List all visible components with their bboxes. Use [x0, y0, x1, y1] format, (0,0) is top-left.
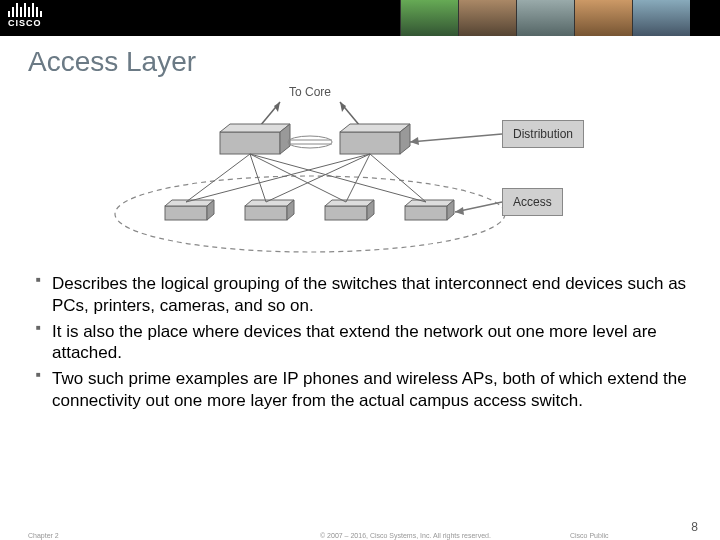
svg-rect-17 — [245, 206, 287, 220]
svg-marker-2 — [274, 102, 280, 112]
svg-rect-5 — [220, 132, 280, 154]
access-label-box: Access — [502, 188, 563, 216]
svg-point-11 — [288, 136, 332, 148]
svg-rect-14 — [165, 206, 207, 220]
svg-line-28 — [250, 154, 346, 202]
brand-text: CISCO — [8, 18, 42, 28]
logo-bars-icon — [8, 3, 42, 17]
svg-marker-9 — [340, 124, 410, 132]
bullet-list: Describes the logical grouping of the sw… — [36, 273, 690, 412]
distribution-label-box: Distribution — [502, 120, 584, 148]
bullet-item: Two such prime examples are IP phones an… — [36, 368, 690, 412]
footer-chapter: Chapter 2 — [28, 532, 59, 539]
footer-page-number: 8 — [691, 520, 698, 534]
header-bar: CISCO — [0, 0, 720, 36]
access-switch-4 — [405, 200, 454, 220]
cisco-logo: CISCO — [8, 3, 42, 28]
page-title: Access Layer — [28, 46, 720, 78]
svg-line-34 — [410, 134, 502, 142]
svg-rect-20 — [325, 206, 367, 220]
svg-rect-23 — [405, 206, 447, 220]
svg-marker-6 — [220, 124, 290, 132]
dist-switch-left — [220, 124, 290, 154]
footer-public: Cisco Public — [570, 532, 609, 539]
access-switch-2 — [245, 200, 294, 220]
svg-marker-24 — [405, 200, 454, 206]
access-switch-3 — [325, 200, 374, 220]
footer-copyright: © 2007 – 2016, Cisco Systems, Inc. All r… — [320, 532, 491, 539]
bullet-item: Describes the logical grouping of the sw… — [36, 273, 690, 317]
svg-rect-8 — [340, 132, 400, 154]
svg-marker-21 — [325, 200, 374, 206]
bullet-item: It is also the place where devices that … — [36, 321, 690, 365]
dist-switch-right — [340, 124, 410, 154]
svg-line-31 — [266, 154, 370, 202]
to-core-label: To Core — [289, 85, 331, 99]
network-diagram: To Core — [110, 84, 610, 259]
svg-marker-4 — [340, 102, 346, 112]
header-photo-strip — [400, 0, 690, 36]
diagram-svg: To Core — [110, 84, 610, 259]
svg-marker-35 — [410, 137, 419, 145]
access-switch-1 — [165, 200, 214, 220]
